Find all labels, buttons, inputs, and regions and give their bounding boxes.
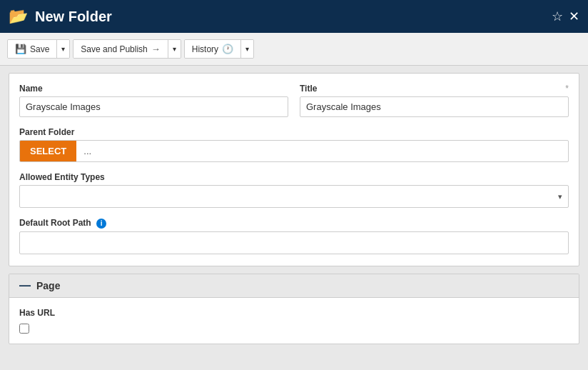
save-publish-button[interactable]: Save and Publish → (74, 40, 167, 58)
dropdown-arrow-icon: ▾ (558, 192, 562, 201)
history-button[interactable]: History 🕐 (185, 40, 240, 58)
save-label: Save (30, 44, 49, 54)
parent-folder-row: SELECT ... (19, 140, 569, 162)
has-url-checkbox-wrap (19, 324, 569, 334)
name-group: Name (19, 84, 288, 117)
title-input[interactable] (300, 96, 569, 117)
save-publish-button-group: Save and Publish → ▾ (73, 39, 181, 59)
page-section: — Page Has URL (9, 274, 579, 344)
has-url-checkbox[interactable] (19, 324, 29, 334)
save-publish-label: Save and Publish (81, 44, 147, 54)
root-path-label: Default Root Path i (19, 218, 569, 229)
title-bar-left: 📂 New Folder (9, 7, 112, 26)
name-input[interactable] (19, 96, 288, 117)
save-icon: 💾 (15, 44, 26, 54)
collapse-button[interactable]: — (19, 280, 31, 291)
save-publish-dropdown-button[interactable]: ▾ (168, 40, 181, 58)
history-label: History (192, 44, 218, 54)
save-dropdown-button[interactable]: ▾ (56, 40, 69, 58)
title-bar-right: ☆ ✕ (552, 9, 579, 24)
root-path-group: Default Root Path i (19, 218, 569, 254)
name-label: Name (19, 84, 288, 94)
required-asterisk: * (565, 84, 569, 94)
toolbar: 💾 Save ▾ Save and Publish → ▾ History 🕐 … (0, 33, 588, 66)
save-button-group: 💾 Save ▾ (7, 39, 70, 59)
name-title-row: Name Title (19, 84, 569, 117)
favorite-button[interactable]: ☆ (552, 9, 563, 24)
close-button[interactable]: ✕ (569, 9, 579, 24)
history-icon: 🕐 (222, 44, 233, 54)
root-path-input[interactable] (19, 231, 569, 254)
section-title: Page (36, 280, 60, 291)
history-button-group: History 🕐 ▾ (184, 39, 254, 59)
publish-icon: → (151, 44, 161, 54)
title-group: Title (300, 84, 569, 117)
section-body: Has URL (9, 298, 579, 344)
form-card: * Name Title Parent Folder SELECT ... Al… (9, 73, 579, 266)
entity-types-label: Allowed Entity Types (19, 172, 569, 182)
title-bar: 📂 New Folder ☆ ✕ (0, 0, 588, 33)
history-dropdown-button[interactable]: ▾ (240, 40, 253, 58)
select-button[interactable]: SELECT (20, 141, 76, 161)
entity-types-group: Allowed Entity Types ▾ (19, 172, 569, 208)
parent-folder-value: ... (76, 141, 568, 161)
section-header: — Page (9, 274, 579, 298)
info-icon[interactable]: i (96, 219, 106, 229)
has-url-label: Has URL (19, 308, 569, 318)
title-label: Title (300, 84, 569, 94)
entity-types-dropdown[interactable]: ▾ (19, 185, 569, 208)
parent-folder-label: Parent Folder (19, 127, 569, 137)
main-content: * Name Title Parent Folder SELECT ... Al… (0, 66, 588, 351)
parent-folder-group: Parent Folder SELECT ... (19, 127, 569, 162)
save-button[interactable]: 💾 Save (8, 40, 56, 58)
folder-icon: 📂 (9, 7, 28, 26)
page-title: New Folder (35, 9, 112, 25)
